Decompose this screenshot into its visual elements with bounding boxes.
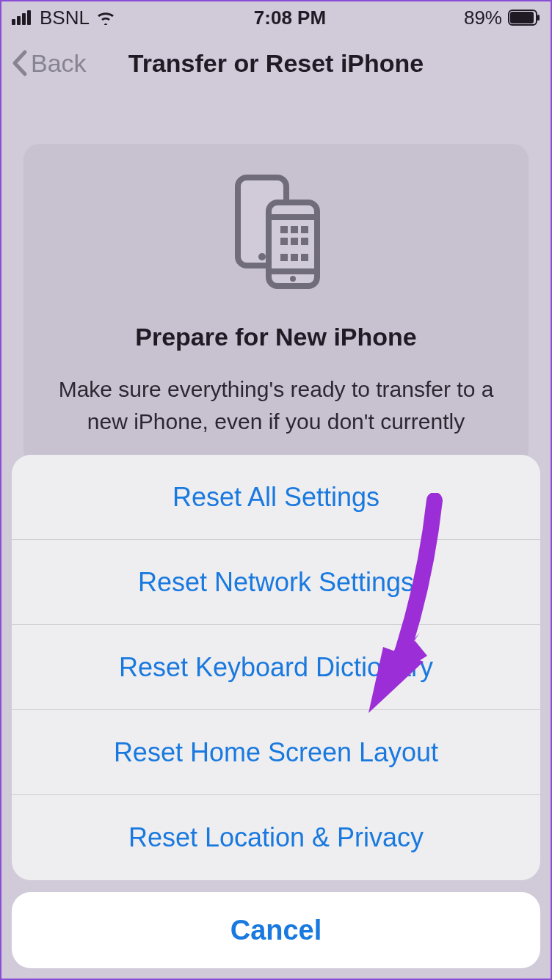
reset-location-privacy[interactable]: Reset Location & Privacy	[12, 795, 540, 880]
option-label: Reset Network Settings	[138, 567, 414, 598]
option-label: Reset Location & Privacy	[128, 822, 424, 853]
cancel-button[interactable]: Cancel	[12, 892, 540, 968]
action-sheet: Reset All Settings Reset Network Setting…	[12, 455, 540, 968]
reset-all-settings[interactable]: Reset All Settings	[12, 455, 540, 540]
action-sheet-cancel-group: Cancel	[12, 892, 540, 968]
option-label: Reset Keyboard Dictionary	[119, 652, 433, 683]
reset-home-screen-layout[interactable]: Reset Home Screen Layout	[12, 710, 540, 795]
cancel-label: Cancel	[230, 915, 322, 946]
reset-keyboard-dictionary[interactable]: Reset Keyboard Dictionary	[12, 625, 540, 710]
action-sheet-options: Reset All Settings Reset Network Setting…	[12, 455, 540, 880]
reset-network-settings[interactable]: Reset Network Settings	[12, 540, 540, 625]
option-label: Reset All Settings	[172, 482, 380, 513]
option-label: Reset Home Screen Layout	[114, 737, 438, 768]
